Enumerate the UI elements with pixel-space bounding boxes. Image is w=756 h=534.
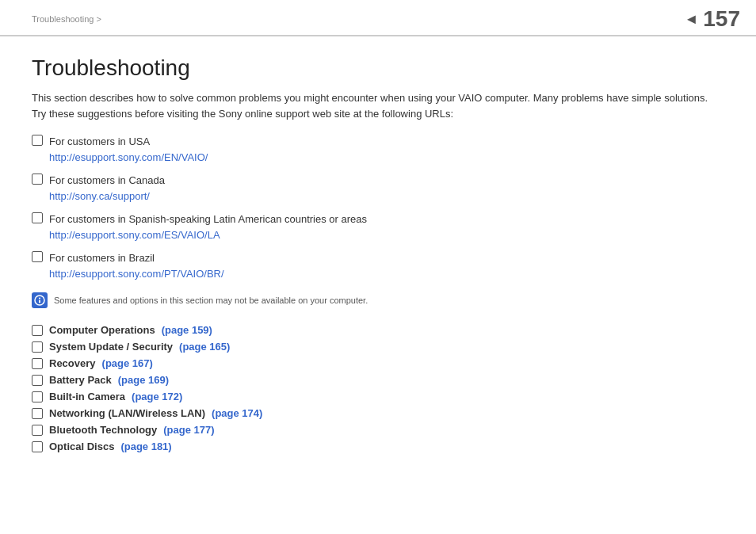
intro-paragraph: This section describes how to solve comm…	[32, 90, 724, 121]
checkbox-icon	[32, 135, 43, 146]
list-item: For customers in Spanish-speaking Latin …	[32, 212, 724, 242]
customer-latin-label: For customers in Spanish-speaking Latin …	[49, 213, 367, 225]
page-header: Troubleshooting > ◄ 157	[0, 0, 756, 36]
toc-item: Bluetooth Technology (page 177)	[32, 424, 724, 436]
main-content: Troubleshooting This section describes h…	[0, 36, 756, 473]
toc-label-recovery: Recovery	[49, 357, 96, 369]
list-item: For customers in Canada http://sony.ca/s…	[32, 173, 724, 204]
toc-link-camera[interactable]: (page 172)	[132, 391, 182, 402]
toc-item: Battery Pack (page 169)	[32, 374, 724, 386]
page-title: Troubleshooting	[32, 55, 724, 81]
checkbox-icon	[32, 325, 43, 336]
customer-usa: For customers in USA http://esupport.son…	[49, 134, 208, 165]
toc-link-networking[interactable]: (page 174)	[212, 407, 262, 419]
toc-item: Optical Discs (page 181)	[32, 441, 724, 452]
customer-brazil-label: For customers in Brazil	[49, 252, 155, 264]
customer-links-section: For customers in USA http://esupport.son…	[32, 134, 724, 281]
checkbox-icon	[32, 375, 43, 386]
toc-link-recovery[interactable]: (page 167)	[102, 357, 153, 369]
toc-list: Computer Operations (page 159) System Up…	[32, 324, 724, 452]
checkbox-icon	[32, 341, 43, 353]
checkbox-icon	[32, 251, 43, 262]
toc-item: Computer Operations (page 159)	[32, 324, 724, 336]
customer-canada-label: For customers in Canada	[49, 174, 165, 186]
toc-item: Networking (LAN/Wireless LAN) (page 174)	[32, 407, 724, 419]
toc-link-system-update[interactable]: (page 165)	[179, 341, 230, 353]
svg-rect-2	[39, 300, 40, 303]
checkbox-icon	[32, 441, 43, 452]
checkbox-icon	[32, 391, 43, 402]
toc-link-battery[interactable]: (page 169)	[118, 374, 169, 386]
list-item: For customers in Brazil http://esupport.…	[32, 250, 724, 281]
arrow-icon: ◄	[684, 11, 698, 28]
toc-link-optical[interactable]: (page 181)	[120, 441, 171, 452]
note-text: Some features and options in this sectio…	[54, 292, 368, 307]
list-item: For customers in USA http://esupport.son…	[32, 134, 724, 165]
checkbox-icon	[32, 408, 43, 419]
checkbox-icon	[32, 174, 43, 185]
breadcrumb: Troubleshooting >	[32, 14, 101, 24]
customer-brazil-link[interactable]: http://esupport.sony.com/PT/VAIO/BR/	[49, 266, 224, 282]
svg-point-1	[39, 298, 40, 299]
toc-label-battery: Battery Pack	[49, 374, 112, 386]
customer-latin: For customers in Spanish-speaking Latin …	[49, 212, 367, 242]
toc-label-system-update: System Update / Security	[49, 341, 173, 353]
toc-link-bluetooth[interactable]: (page 177)	[163, 424, 214, 436]
checkbox-icon	[32, 358, 43, 369]
toc-link-computer-ops[interactable]: (page 159)	[162, 324, 212, 336]
page-number-area: ◄ 157	[684, 6, 740, 32]
toc-label-optical: Optical Discs	[49, 441, 114, 452]
note-icon	[32, 292, 48, 308]
customer-canada: For customers in Canada http://sony.ca/s…	[49, 173, 165, 204]
toc-label-computer-ops: Computer Operations	[49, 324, 155, 336]
note-section: Some features and options in this sectio…	[32, 292, 724, 308]
toc-item: System Update / Security (page 165)	[32, 341, 724, 353]
toc-item: Built-in Camera (page 172)	[32, 391, 724, 402]
page-number: 157	[703, 6, 740, 32]
customer-brazil: For customers in Brazil http://esupport.…	[49, 250, 224, 281]
customer-usa-link[interactable]: http://esupport.sony.com/EN/VAIO/	[49, 150, 208, 166]
customer-latin-link[interactable]: http://esupport.sony.com/ES/VAIO/LA	[49, 227, 367, 243]
toc-label-networking: Networking (LAN/Wireless LAN)	[49, 407, 205, 419]
toc-label-camera: Built-in Camera	[49, 391, 125, 402]
customer-canada-link[interactable]: http://sony.ca/support/	[49, 189, 165, 204]
checkbox-icon	[32, 425, 43, 436]
toc-item: Recovery (page 167)	[32, 357, 724, 369]
checkbox-icon	[32, 212, 43, 223]
toc-label-bluetooth: Bluetooth Technology	[49, 424, 157, 436]
customer-usa-label: For customers in USA	[49, 135, 150, 147]
